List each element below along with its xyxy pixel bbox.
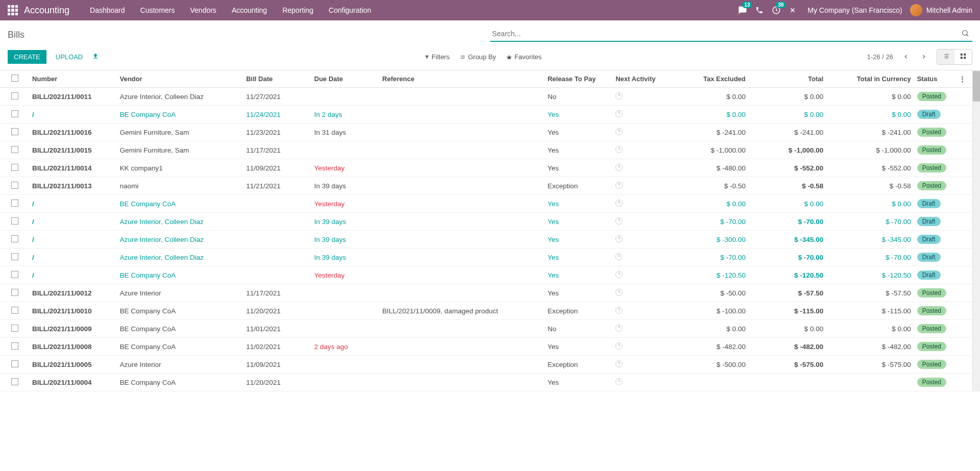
pager-text[interactable]: 1-26 / 26 bbox=[867, 53, 893, 61]
row-checkbox[interactable] bbox=[11, 289, 18, 296]
table-row[interactable]: BILL/2021/11/0014KK company111/09/2021Ye… bbox=[0, 159, 972, 177]
cell-activity[interactable] bbox=[612, 177, 671, 195]
cell-activity[interactable] bbox=[612, 231, 671, 249]
row-checkbox[interactable] bbox=[11, 164, 18, 171]
cell-activity[interactable] bbox=[612, 159, 671, 177]
favorites-button[interactable]: Favorites bbox=[506, 53, 541, 61]
cell-activity[interactable] bbox=[612, 284, 671, 302]
col-total[interactable]: Total bbox=[749, 70, 826, 88]
activities-icon[interactable]: 39 bbox=[772, 6, 781, 15]
apps-menu-icon[interactable] bbox=[8, 5, 18, 15]
table-row[interactable]: BILL/2021/11/0009BE Company CoA11/01/202… bbox=[0, 320, 972, 338]
cell-activity[interactable] bbox=[612, 88, 671, 106]
row-checkbox[interactable] bbox=[11, 217, 18, 225]
table-row[interactable]: /Azure Interior, Colleen DiazIn 39 daysY… bbox=[0, 213, 972, 231]
nav-dashboard[interactable]: Dashboard bbox=[90, 6, 125, 14]
nav-vendors[interactable]: Vendors bbox=[190, 6, 216, 14]
row-checkbox[interactable] bbox=[11, 360, 18, 367]
row-checkbox[interactable] bbox=[11, 307, 18, 314]
cell-activity[interactable] bbox=[612, 195, 671, 213]
create-button[interactable]: CREATE bbox=[8, 50, 46, 64]
upload-button[interactable]: UPLOAD bbox=[52, 50, 87, 64]
pager-prev-icon[interactable] bbox=[901, 51, 911, 63]
clock-icon bbox=[615, 307, 623, 314]
pager-next-icon[interactable] bbox=[919, 51, 929, 63]
table-row[interactable]: BILL/2021/11/0012Azure Interior11/17/202… bbox=[0, 284, 972, 302]
list-view-icon[interactable] bbox=[937, 49, 954, 64]
nav-accounting[interactable]: Accounting bbox=[232, 6, 267, 14]
cell-activity[interactable] bbox=[612, 302, 671, 320]
cell-vendor: Gemini Furniture, Sam bbox=[116, 123, 243, 141]
row-checkbox[interactable] bbox=[11, 253, 18, 260]
table-row[interactable]: BILL/2021/11/0011Azure Interior, Colleen… bbox=[0, 88, 972, 106]
table-row[interactable]: BILL/2021/11/0016Gemini Furniture, Sam11… bbox=[0, 123, 972, 141]
company-switcher[interactable]: My Company (San Francisco) bbox=[808, 6, 902, 14]
cell-activity[interactable] bbox=[612, 213, 671, 231]
nav-configuration[interactable]: Configuration bbox=[329, 6, 371, 14]
col-billdate[interactable]: Bill Date bbox=[243, 70, 311, 88]
row-checkbox[interactable] bbox=[11, 110, 18, 117]
cell-activity[interactable] bbox=[612, 249, 671, 266]
table-row[interactable]: BILL/2021/11/0005Azure Interior11/09/202… bbox=[0, 356, 972, 374]
debug-close-icon[interactable] bbox=[789, 7, 796, 14]
cell-billdate: 11/17/2021 bbox=[243, 141, 311, 159]
col-duedate[interactable]: Due Date bbox=[311, 70, 379, 88]
cell-activity[interactable] bbox=[612, 106, 671, 123]
table-row[interactable]: BILL/2021/11/0004BE Company CoA11/20/202… bbox=[0, 374, 972, 391]
cell-activity[interactable] bbox=[612, 266, 671, 284]
table-row[interactable]: /BE Company CoAYesterdayYes$ 0.00$ 0.00$… bbox=[0, 195, 972, 213]
row-checkbox[interactable] bbox=[11, 378, 18, 385]
table-row[interactable]: /BE Company CoAYesterdayYes$ -120.50$ -1… bbox=[0, 266, 972, 284]
cell-activity[interactable] bbox=[612, 338, 671, 356]
col-tax[interactable]: Tax Excluded bbox=[671, 70, 749, 88]
col-number[interactable]: Number bbox=[29, 70, 116, 88]
row-checkbox[interactable] bbox=[11, 325, 18, 332]
row-checkbox[interactable] bbox=[11, 271, 18, 278]
cell-totalcurr: $ -70.00 bbox=[826, 213, 914, 231]
row-checkbox[interactable] bbox=[11, 146, 18, 153]
table-row[interactable]: /Azure Interior, Colleen DiazIn 39 daysY… bbox=[0, 231, 972, 249]
row-checkbox[interactable] bbox=[11, 182, 18, 189]
table-row[interactable]: BILL/2021/11/0013naomi11/21/2021In 39 da… bbox=[0, 177, 972, 195]
row-checkbox[interactable] bbox=[11, 200, 18, 207]
nav-reporting[interactable]: Reporting bbox=[282, 6, 314, 14]
kanban-view-icon[interactable] bbox=[954, 49, 972, 64]
user-menu[interactable]: Mitchell Admin bbox=[910, 4, 972, 16]
select-all-checkbox[interactable] bbox=[11, 75, 18, 82]
phone-icon[interactable] bbox=[755, 6, 763, 14]
cell-activity[interactable] bbox=[612, 123, 671, 141]
row-checkbox[interactable] bbox=[11, 235, 18, 242]
search-icon[interactable] bbox=[958, 29, 972, 39]
scrollbar[interactable] bbox=[972, 70, 980, 391]
cell-activity[interactable] bbox=[612, 141, 671, 159]
col-next[interactable]: Next Activity bbox=[612, 70, 671, 88]
col-vendor[interactable]: Vendor bbox=[116, 70, 243, 88]
nav-customers[interactable]: Customers bbox=[140, 6, 175, 14]
cell-activity[interactable] bbox=[612, 374, 671, 391]
search-input[interactable] bbox=[490, 28, 959, 40]
row-checkbox[interactable] bbox=[11, 128, 18, 135]
breadcrumb-title: Bills bbox=[8, 30, 25, 40]
col-options-icon[interactable]: ⋮ bbox=[953, 70, 972, 88]
col-status[interactable]: Status bbox=[914, 70, 953, 88]
groupby-button[interactable]: Group By bbox=[460, 53, 496, 61]
search-bar[interactable] bbox=[490, 28, 973, 42]
filters-button[interactable]: Filters bbox=[424, 53, 449, 61]
upload-icon[interactable] bbox=[92, 53, 99, 61]
messaging-icon[interactable]: 13 bbox=[738, 6, 747, 15]
svg-rect-3 bbox=[964, 54, 966, 56]
table-row[interactable]: BILL/2021/11/0010BE Company CoA11/20/202… bbox=[0, 302, 972, 320]
row-checkbox[interactable] bbox=[11, 92, 18, 100]
table-row[interactable]: /Azure Interior, Colleen DiazIn 39 daysY… bbox=[0, 249, 972, 266]
table-row[interactable]: BILL/2021/11/0015Gemini Furniture, Sam11… bbox=[0, 141, 972, 159]
col-reference[interactable]: Reference bbox=[379, 70, 545, 88]
cell-activity[interactable] bbox=[612, 356, 671, 374]
app-brand[interactable]: Accounting bbox=[24, 5, 69, 16]
table-row[interactable]: /BE Company CoA11/24/2021In 2 daysYes$ 0… bbox=[0, 106, 972, 123]
col-release[interactable]: Release To Pay bbox=[544, 70, 612, 88]
col-totalcurr[interactable]: Total in Currency bbox=[826, 70, 914, 88]
cell-number: / bbox=[29, 213, 116, 231]
table-row[interactable]: BILL/2021/11/0008BE Company CoA11/02/202… bbox=[0, 338, 972, 356]
row-checkbox[interactable] bbox=[11, 342, 18, 350]
cell-activity[interactable] bbox=[612, 320, 671, 338]
